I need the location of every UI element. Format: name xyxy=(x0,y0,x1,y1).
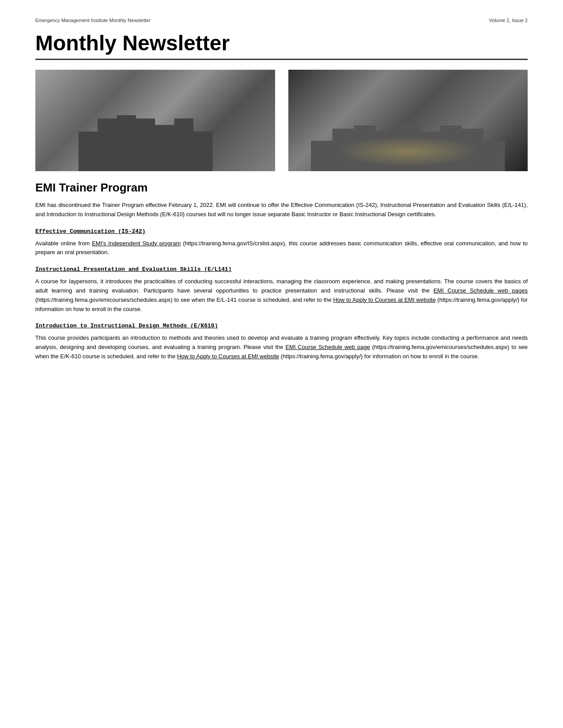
page-header: Emergency Management Institute Monthly N… xyxy=(35,18,528,23)
images-row xyxy=(35,70,528,171)
ek610-link2[interactable]: How to Apply to Courses at EMI website xyxy=(177,353,279,360)
is242-text-before: Available online from xyxy=(35,240,92,247)
emi-trainer-heading: EMI Trainer Program xyxy=(35,181,528,195)
ek610-section: Introduction to Instructional Design Met… xyxy=(35,323,528,361)
is242-link[interactable]: EMI's Independent Study program xyxy=(92,240,181,247)
emi-trainer-body: EMI has discontinued the Trainer Program… xyxy=(35,201,528,219)
el141-body: A course for laypersons, it introduces t… xyxy=(35,277,528,314)
el141-text-2: (https://training.fema.gov/emicourses/sc… xyxy=(35,296,333,303)
volume-issue: Volume 2, Issue 2 xyxy=(489,18,528,23)
page-title: Monthly Newsletter xyxy=(35,31,528,55)
ek610-text-3: (https://training.fema.gov/apply/) for i… xyxy=(279,353,479,360)
emi-trainer-section: EMI Trainer Program EMI has discontinued… xyxy=(35,181,528,219)
el141-link1[interactable]: EMI Course Schedule web pages xyxy=(434,287,528,294)
el141-link2[interactable]: How to Apply to Courses at EMI website xyxy=(333,296,435,303)
is242-body: Available online from EMI's Independent … xyxy=(35,239,528,258)
ek610-body: This course provides participants an int… xyxy=(35,334,528,361)
is242-section: Effective Communication (IS-242) Availab… xyxy=(35,228,528,258)
ek610-link1[interactable]: EMI Course Schedule web page xyxy=(285,344,370,350)
is242-heading: Effective Communication (IS-242) xyxy=(35,228,528,235)
title-divider xyxy=(35,59,528,60)
el141-heading: Instructional Presentation and Evaluatio… xyxy=(35,266,528,273)
building-image-right xyxy=(288,70,528,171)
el141-section: Instructional Presentation and Evaluatio… xyxy=(35,266,528,314)
ek610-heading: Introduction to Instructional Design Met… xyxy=(35,323,528,329)
newsletter-title: Emergency Management Institute Monthly N… xyxy=(35,18,151,23)
building-image-left xyxy=(35,70,275,171)
building-glow-right xyxy=(336,136,480,167)
